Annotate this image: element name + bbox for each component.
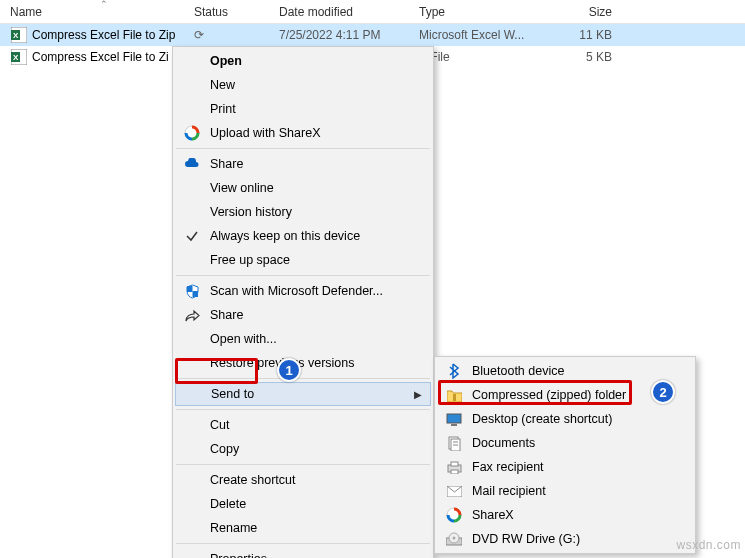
watermark: wsxdn.com: [676, 538, 741, 552]
menu-copy[interactable]: Copy: [175, 437, 431, 461]
blank-icon: [181, 518, 203, 538]
svg-rect-8: [192, 291, 198, 297]
blank-icon: [181, 51, 203, 71]
blank-icon: [181, 415, 203, 435]
file-status: ⟳: [194, 28, 279, 42]
menu-separator: [176, 464, 430, 465]
menu-open-with[interactable]: Open with...: [175, 327, 431, 351]
file-name: Compress Excel File to Zi: [32, 50, 194, 64]
file-type: S File: [419, 50, 546, 64]
column-date-modified[interactable]: Date modified: [279, 5, 419, 19]
blank-icon: [181, 329, 203, 349]
menu-separator: [176, 148, 430, 149]
cloud-icon: [181, 154, 203, 174]
excel-file-icon: X: [10, 48, 28, 66]
file-size: 11 KB: [546, 28, 622, 42]
file-name: Compress Excel File to Zip: [32, 28, 194, 42]
submenu-dvd-drive[interactable]: DVD RW Drive (G:): [437, 527, 693, 551]
svg-text:X: X: [13, 53, 19, 62]
excel-file-icon: X: [10, 26, 28, 44]
menu-cut[interactable]: Cut: [175, 413, 431, 437]
menu-upload-sharex[interactable]: Upload with ShareX: [175, 121, 431, 145]
blank-icon: [182, 384, 204, 404]
menu-open[interactable]: Open: [175, 49, 431, 73]
blank-icon: [181, 353, 203, 373]
submenu-bluetooth[interactable]: Bluetooth device: [437, 359, 693, 383]
menu-create-shortcut[interactable]: Create shortcut: [175, 468, 431, 492]
blank-icon: [181, 178, 203, 198]
menu-separator: [176, 409, 430, 410]
submenu-fax-recipient[interactable]: Fax recipient: [437, 455, 693, 479]
documents-icon: [443, 433, 465, 453]
defender-icon: [181, 281, 203, 301]
menu-new[interactable]: New: [175, 73, 431, 97]
svg-rect-11: [451, 424, 457, 426]
menu-free-up-space[interactable]: Free up space: [175, 248, 431, 272]
blank-icon: [181, 470, 203, 490]
menu-separator: [176, 275, 430, 276]
file-list-header: ⌃ Name Status Date modified Type Size: [0, 0, 745, 24]
file-row[interactable]: X Compress Excel File to Zip ⟳ 7/25/2022…: [0, 24, 745, 46]
submenu-desktop-shortcut[interactable]: Desktop (create shortcut): [437, 407, 693, 431]
menu-rename[interactable]: Rename: [175, 516, 431, 540]
menu-separator: [176, 378, 430, 379]
svg-text:X: X: [13, 31, 19, 40]
annotation-badge-1: 1: [277, 358, 301, 382]
sort-indicator-icon: ⌃: [100, 0, 108, 9]
column-size[interactable]: Size: [546, 5, 622, 19]
menu-properties[interactable]: Properties: [175, 547, 431, 558]
context-menu: Open New Print Upload with ShareX Share …: [172, 46, 434, 558]
dvd-drive-icon: [443, 529, 465, 549]
submenu-sharex[interactable]: ShareX: [437, 503, 693, 527]
file-date: 7/25/2022 4:11 PM: [279, 28, 419, 42]
share-icon: [181, 305, 203, 325]
blank-icon: [181, 99, 203, 119]
svg-rect-17: [451, 462, 458, 466]
file-type: Microsoft Excel W...: [419, 28, 546, 42]
menu-send-to[interactable]: Send to▶: [175, 382, 431, 406]
menu-scan-defender[interactable]: Scan with Microsoft Defender...: [175, 279, 431, 303]
menu-delete[interactable]: Delete: [175, 492, 431, 516]
submenu-documents[interactable]: Documents: [437, 431, 693, 455]
submenu-mail-recipient[interactable]: Mail recipient: [437, 479, 693, 503]
bluetooth-icon: [443, 361, 465, 381]
blank-icon: [181, 75, 203, 95]
svg-rect-18: [451, 470, 458, 474]
svg-rect-7: [187, 286, 193, 292]
column-type[interactable]: Type: [419, 5, 546, 19]
sharex-icon: [443, 505, 465, 525]
annotation-badge-2: 2: [651, 380, 675, 404]
blank-icon: [181, 549, 203, 558]
desktop-icon: [443, 409, 465, 429]
sharex-icon: [181, 123, 203, 143]
mail-icon: [443, 481, 465, 501]
menu-view-online[interactable]: View online: [175, 176, 431, 200]
svg-rect-9: [453, 394, 456, 401]
column-status[interactable]: Status: [194, 5, 279, 19]
menu-separator: [176, 543, 430, 544]
menu-share-cloud[interactable]: Share: [175, 152, 431, 176]
svg-point-23: [453, 537, 456, 540]
menu-print[interactable]: Print: [175, 97, 431, 121]
blank-icon: [181, 250, 203, 270]
menu-version-history[interactable]: Version history: [175, 200, 431, 224]
submenu-arrow-icon: ▶: [414, 389, 422, 400]
menu-share[interactable]: Share: [175, 303, 431, 327]
fax-icon: [443, 457, 465, 477]
zip-folder-icon: [443, 385, 465, 405]
svg-rect-10: [447, 414, 461, 423]
check-icon: [181, 226, 203, 246]
blank-icon: [181, 202, 203, 222]
blank-icon: [181, 439, 203, 459]
menu-always-keep[interactable]: Always keep on this device: [175, 224, 431, 248]
menu-restore-previous[interactable]: Restore previous versions: [175, 351, 431, 375]
blank-icon: [181, 494, 203, 514]
file-size: 5 KB: [546, 50, 622, 64]
